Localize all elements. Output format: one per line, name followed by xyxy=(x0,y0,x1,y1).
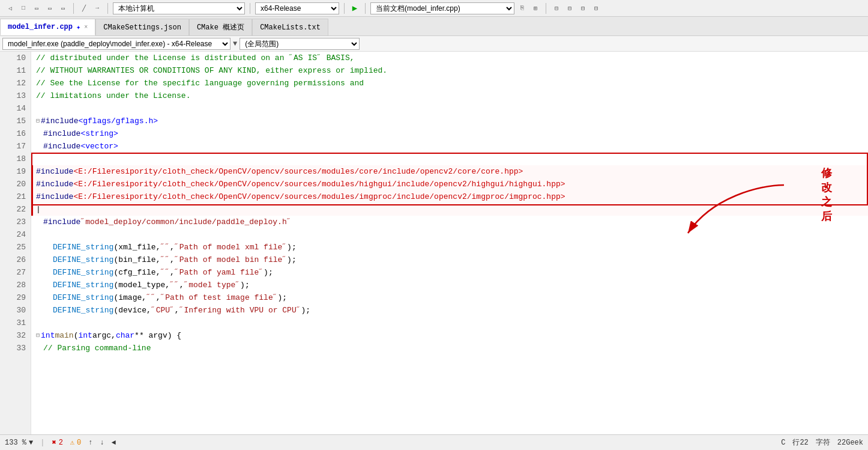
code-line-25: DEFINE_string (xml_file, ˝˝ , ˝Path of m… xyxy=(31,241,868,254)
tab-cmake-overview[interactable]: CMake 概述页 xyxy=(189,19,252,35)
zoom-dropdown-icon[interactable]: ▼ xyxy=(29,439,33,447)
code-line-10: // distributed under the License is dist… xyxy=(31,52,868,64)
code-line-13: // limitations under the License. xyxy=(31,90,868,102)
toolbar-icon-2[interactable]: □ xyxy=(18,3,29,14)
line-num-16: 16 xyxy=(0,127,31,140)
error-indicator[interactable]: ✖ 2 xyxy=(52,438,62,447)
line-num-21: 21 xyxy=(0,190,31,203)
build-config-dropdown[interactable]: x64-Release xyxy=(255,2,339,14)
line-num-25: 25 xyxy=(0,241,31,254)
tab-model-infer[interactable]: model_infer.cpp ✦ × xyxy=(0,19,95,35)
error-icon: ✖ xyxy=(52,438,56,447)
scope-dropdown[interactable]: (全局范围) xyxy=(240,38,360,50)
tab-bar: model_infer.cpp ✦ × CMakeSettings.json C… xyxy=(0,17,868,36)
tab-label-cmake-overview: CMake 概述页 xyxy=(197,22,244,32)
code-line-29: DEFINE_string (image, ˝˝ , ˝Path of test… xyxy=(31,291,868,304)
up-arrow[interactable]: ↑ xyxy=(88,439,92,447)
warning-indicator[interactable]: ⚠ 0 xyxy=(70,438,81,447)
tab-label-model-infer: model_infer.cpp xyxy=(8,23,73,31)
toolbar-icon-4[interactable]: ▭ xyxy=(44,3,55,14)
tab-close-model-infer[interactable]: × xyxy=(84,24,88,31)
tab-modified-model-infer: ✦ xyxy=(76,23,80,32)
line-num-24: 24 xyxy=(0,228,31,241)
code-line-22: | xyxy=(31,203,868,216)
toolbar-sep-4 xyxy=(344,3,345,14)
char-info: 字符 xyxy=(816,437,830,448)
toolbar-icon-9[interactable]: ⊞ xyxy=(530,3,541,14)
code-line-17: #include <vector> xyxy=(31,140,868,153)
toolbar-icon-5[interactable]: ▭ xyxy=(58,3,68,14)
line-num-26: 26 xyxy=(0,254,31,266)
project-dropdown[interactable]: model_infer.exe (paddle_deploy\model_inf… xyxy=(2,38,231,50)
toolbar-icon-11[interactable]: ⊟ xyxy=(564,3,575,14)
code-line-19: #include <E:/Fileresipority/cloth_check/… xyxy=(31,165,868,178)
line-num-23: 23 xyxy=(0,216,31,228)
zoom-value: 133 % xyxy=(5,439,26,447)
code-editor: 10 11 12 13 14 15 16 17 18 19 20 21 22 2… xyxy=(0,52,868,434)
code-line-11: // WITHOUT WARRANTIES OR CONDITIONS OF A… xyxy=(31,64,868,77)
code-line-21: #include <E:/Fileresipority/cloth_check/… xyxy=(31,190,868,203)
line-num-18: 18 xyxy=(0,153,31,165)
position-info: C xyxy=(781,439,785,447)
target-machine-dropdown[interactable]: 本地计算机 xyxy=(113,2,245,14)
line-num-20: 20 xyxy=(0,178,31,190)
code-line-26: DEFINE_string (bin_file, ˝˝ , ˝Path of m… xyxy=(31,254,868,266)
down-arrow[interactable]: ↓ xyxy=(100,439,104,447)
line-num-14: 14 xyxy=(0,102,31,115)
code-line-16: #include <string> xyxy=(31,127,868,140)
top-toolbar: ◁ □ ▭ ▭ ▭ ╱ → 本地计算机 x64-Release ▶ 当前文档(m… xyxy=(0,0,868,17)
line-num-27: 27 xyxy=(0,266,31,279)
run-icon[interactable]: ▶ xyxy=(349,3,360,14)
fold-15[interactable]: ⊟ xyxy=(36,115,40,127)
status-bar: 133 % ▼ | ✖ 2 ⚠ 0 ↑ ↓ ◄ C 行22 字符 22Geek xyxy=(0,434,868,450)
line-num-30: 30 xyxy=(0,304,31,317)
line-num-19: 19 xyxy=(0,165,31,178)
code-line-18 xyxy=(31,153,868,165)
line-num-22: 22 xyxy=(0,203,31,216)
warning-icon: ⚠ xyxy=(70,438,74,447)
tab-label-cmake-lists: CMakeLists.txt xyxy=(260,23,321,32)
code-line-32: ⊟ int main ( int argc, char ** argv) { xyxy=(31,329,868,342)
toolbar-sep-3 xyxy=(250,3,250,14)
toolbar-icon-1[interactable]: ◁ xyxy=(5,3,16,14)
toolbar-icon-7[interactable]: → xyxy=(92,3,103,14)
toolbar-icon-10[interactable]: ⊟ xyxy=(551,3,562,14)
or-text: or xyxy=(268,306,278,315)
tab-cmake-lists[interactable]: CMakeLists.txt xyxy=(252,19,328,35)
toolbar-sep-1 xyxy=(73,3,74,14)
code-line-27: DEFINE_string (cfg_file, ˝˝ , ˝Path of y… xyxy=(31,266,868,279)
line-num-33: 33 xyxy=(0,342,31,354)
status-right: C 行22 字符 22Geek xyxy=(781,437,863,448)
toolbar-icon-8[interactable]: ⎘ xyxy=(517,3,528,14)
line-num-15: 15 xyxy=(0,115,31,127)
tab-cmake-settings[interactable]: CMakeSettings.json xyxy=(95,19,189,35)
code-line-12: // See the License for the specific lang… xyxy=(31,77,868,90)
code-line-23: #include ˝model_deploy/common/include/pa… xyxy=(31,216,868,228)
code-line-15: ⊟ #include <gflags/gflags.h> xyxy=(31,115,868,127)
toolbar-sep-6 xyxy=(546,3,546,14)
line-num-17: 17 xyxy=(0,140,31,153)
toolbar-icon-12[interactable]: ⊟ xyxy=(577,3,588,14)
code-line-33: // Parsing command-line xyxy=(31,342,868,354)
toolbar-sep-2 xyxy=(107,3,108,14)
line-num-29: 29 xyxy=(0,291,31,304)
tab-label-cmake-settings: CMakeSettings.json xyxy=(103,23,181,32)
scroll-left-btn[interactable]: ◄ xyxy=(112,439,116,447)
line-num-28: 28 xyxy=(0,279,31,291)
zoom-control[interactable]: 133 % ▼ xyxy=(5,439,33,447)
fold-32[interactable]: ⊟ xyxy=(36,329,40,342)
current-file-dropdown[interactable]: 当前文档(model_infer.cpp) xyxy=(370,2,514,14)
warning-count: 0 xyxy=(77,439,81,447)
code-area[interactable]: // distributed under the License is dist… xyxy=(31,52,868,434)
toolbar-icon-3[interactable]: ▭ xyxy=(31,3,42,14)
geek-watermark: 22Geek xyxy=(837,439,863,447)
path-arrow: ▼ xyxy=(233,40,237,48)
toolbar-icon-13[interactable]: ⊟ xyxy=(591,3,601,14)
code-line-24 xyxy=(31,228,868,241)
file-path-bar: model_infer.exe (paddle_deploy\model_inf… xyxy=(0,36,868,52)
line-num-13: 13 xyxy=(0,90,31,102)
line-numbers: 10 11 12 13 14 15 16 17 18 19 20 21 22 2… xyxy=(0,52,31,434)
status-sep-1: | xyxy=(40,439,44,447)
toolbar-icon-6[interactable]: ╱ xyxy=(79,3,89,14)
code-line-31 xyxy=(31,317,868,329)
